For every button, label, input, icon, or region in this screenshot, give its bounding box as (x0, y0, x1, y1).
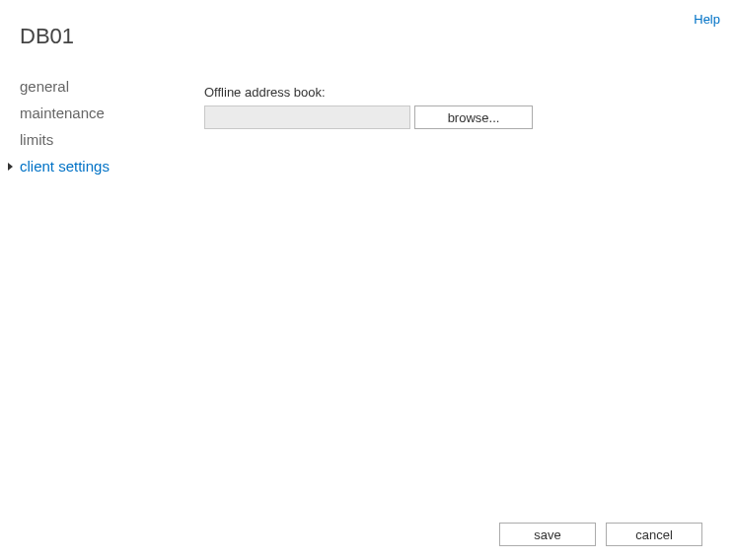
sidebar-item-label: maintenance (20, 105, 105, 121)
page-title: DB01 (20, 24, 74, 49)
footer: save cancel (499, 523, 702, 546)
sidebar-item-label: client settings (20, 158, 110, 175)
sidebar: general maintenance limits client settin… (8, 73, 166, 179)
sidebar-item-maintenance[interactable]: maintenance (8, 100, 166, 126)
sidebar-item-limits[interactable]: limits (8, 126, 166, 153)
save-button[interactable]: save (499, 523, 596, 546)
help-link[interactable]: Help (694, 12, 720, 27)
offline-address-book-label: Offline address book: (204, 85, 714, 100)
cancel-button[interactable]: cancel (606, 523, 702, 546)
browse-button[interactable]: browse... (414, 105, 533, 129)
sidebar-item-general[interactable]: general (8, 73, 166, 100)
active-indicator-icon (8, 163, 13, 171)
content-panel: Offline address book: browse... (204, 85, 714, 129)
sidebar-item-client-settings[interactable]: client settings (8, 153, 166, 179)
offline-address-book-input[interactable] (204, 105, 410, 129)
offline-address-book-row: browse... (204, 105, 714, 129)
sidebar-item-label: limits (20, 131, 53, 148)
sidebar-item-label: general (20, 78, 69, 95)
